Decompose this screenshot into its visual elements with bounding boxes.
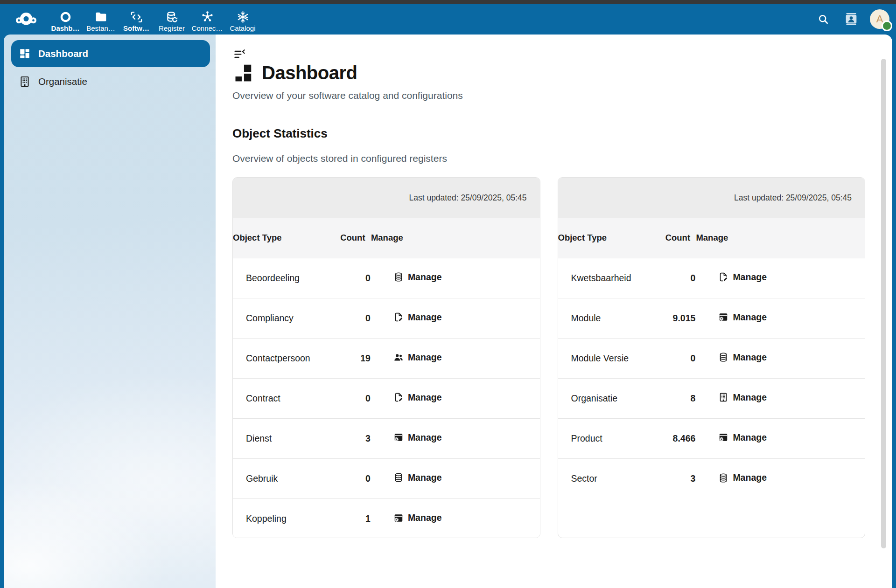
view-dashboard-icon <box>19 48 31 60</box>
manage-link[interactable]: Manage <box>393 512 442 523</box>
app-gear-icon <box>393 432 404 443</box>
file-edit-icon <box>393 392 404 402</box>
table-header-row: Object Type Count Manage <box>558 218 865 258</box>
object-stats-card-1: Last updated: 25/09/2025, 05:45 Object T… <box>232 177 540 538</box>
table-header-row: Object Type Count Manage <box>233 218 540 258</box>
nextcloud-logo[interactable] <box>5 4 48 35</box>
topnav-app-software[interactable]: Softw… <box>119 4 154 35</box>
table-row: Contactpersoon 19 Manage <box>233 338 540 378</box>
database-icon <box>393 472 404 483</box>
app-container: Dashboard Organisatie Dashboard Overview… <box>4 35 892 588</box>
folder-icon <box>94 10 108 24</box>
topnav-app-files[interactable]: Bestan… <box>83 4 119 35</box>
count-cell: 3 <box>340 418 371 458</box>
count-cell: 19 <box>340 338 371 378</box>
database-icon <box>393 272 404 282</box>
table-row: Contract 0 Manage <box>233 378 540 418</box>
manage-link[interactable]: Manage <box>718 392 767 403</box>
top-navbar: Dashb… Bestan… Softw… Register Connec… C… <box>0 4 896 35</box>
manage-link[interactable]: Manage <box>393 352 442 363</box>
count-cell: 0 <box>665 338 696 378</box>
manage-label: Manage <box>733 272 767 283</box>
column-header-object-type: Object Type <box>558 218 665 258</box>
dashboard-blocks-icon <box>232 62 254 83</box>
manage-link[interactable]: Manage <box>718 272 767 283</box>
table-row: Beoordeeling 0 Manage <box>233 258 540 298</box>
count-cell: 0 <box>665 258 696 298</box>
object-type-cell: Organisatie <box>558 378 665 418</box>
topnav-app-catalogi[interactable]: Catalogi <box>225 4 260 35</box>
page-header: Dashboard <box>232 62 865 83</box>
manage-label: Manage <box>408 432 442 443</box>
manage-link[interactable]: Manage <box>718 432 767 443</box>
user-avatar[interactable]: A <box>870 9 889 29</box>
count-cell: 0 <box>340 378 371 418</box>
count-cell: 0 <box>340 298 371 338</box>
search-button[interactable] <box>811 7 835 31</box>
column-header-manage: Manage <box>696 218 865 258</box>
object-type-cell: Beoordeeling <box>233 258 340 298</box>
count-cell: 9.015 <box>665 298 696 338</box>
object-table-1: Object Type Count Manage Beoordeeling 0 … <box>233 218 540 538</box>
section-subtitle: Overview of objects stored in configured… <box>232 153 865 164</box>
app-gear-icon <box>393 513 404 523</box>
count-cell: 0 <box>340 458 371 498</box>
column-header-manage: Manage <box>371 218 540 258</box>
manage-label: Manage <box>408 472 442 483</box>
sidebar-item-label: Dashboard <box>38 48 88 59</box>
count-cell: 8 <box>665 378 696 418</box>
navbar-right: A <box>811 4 889 35</box>
table-row: Product 8.466 Manage <box>558 418 865 458</box>
manage-link[interactable]: Manage <box>718 312 767 323</box>
online-status-dot <box>882 21 892 31</box>
manage-link[interactable]: Manage <box>393 392 442 403</box>
object-type-cell: Dienst <box>233 418 340 458</box>
topnav-app-register[interactable]: Register <box>154 4 189 35</box>
manage-label: Manage <box>408 272 442 283</box>
manage-link[interactable]: Manage <box>393 432 442 443</box>
count-cell: 8.466 <box>665 418 696 458</box>
sidebar-item-dashboard[interactable]: Dashboard <box>11 40 210 67</box>
app-label: Connec… <box>192 24 223 32</box>
nextcloud-logo-icon <box>8 8 44 30</box>
object-type-cell: Module Versie <box>558 338 665 378</box>
table-row: Sector 3 Manage <box>558 458 865 498</box>
topnav-app-dashboard[interactable]: Dashb… <box>48 4 83 35</box>
last-updated-label: Last updated: 25/09/2025, 05:45 <box>558 178 865 218</box>
object-type-cell: Sector <box>558 458 665 498</box>
app-label: Catalogi <box>230 24 255 32</box>
manage-link[interactable]: Manage <box>718 352 767 363</box>
object-type-cell: Contactpersoon <box>233 338 340 378</box>
top-dark-strip <box>0 0 896 4</box>
manage-link[interactable]: Manage <box>718 472 767 483</box>
sidebar-item-organisatie[interactable]: Organisatie <box>11 68 210 95</box>
manage-link[interactable]: Manage <box>393 312 442 323</box>
table-row: Compliancy 0 Manage <box>233 298 540 338</box>
app-navigation-sidebar: Dashboard Organisatie <box>4 35 216 588</box>
page-subtitle: Overview of your software catalog and co… <box>232 90 865 101</box>
content-scrollbar[interactable] <box>881 59 886 548</box>
collapse-sidebar-button[interactable] <box>233 48 246 61</box>
app-gear-icon <box>718 312 728 322</box>
app-gear-icon <box>718 432 728 443</box>
table-row: Module Versie 0 Manage <box>558 338 865 378</box>
main-content: Dashboard Overview of your software cata… <box>216 35 892 588</box>
object-type-cell: Contract <box>233 378 340 418</box>
object-table-2: Object Type Count Manage Kwetsbaarheid 0… <box>558 218 865 498</box>
section-title: Object Statistics <box>232 126 865 141</box>
table-row: Module 9.015 Manage <box>558 298 865 338</box>
manage-label: Manage <box>733 352 767 363</box>
object-type-cell: Compliancy <box>233 298 340 338</box>
table-row: Organisatie 8 Manage <box>558 378 865 418</box>
manage-label: Manage <box>408 312 442 323</box>
circle-outline-icon <box>59 10 72 24</box>
sidebar-item-label: Organisatie <box>38 76 87 87</box>
manage-link[interactable]: Manage <box>393 272 442 283</box>
contacts-menu-button[interactable] <box>839 7 863 31</box>
manage-link[interactable]: Manage <box>393 472 442 483</box>
contacts-icon <box>843 11 859 27</box>
topnav-app-connections[interactable]: Connec… <box>189 4 225 35</box>
column-header-count: Count <box>340 218 371 258</box>
count-cell: 3 <box>665 458 696 498</box>
last-updated-label: Last updated: 25/09/2025, 05:45 <box>233 178 540 218</box>
